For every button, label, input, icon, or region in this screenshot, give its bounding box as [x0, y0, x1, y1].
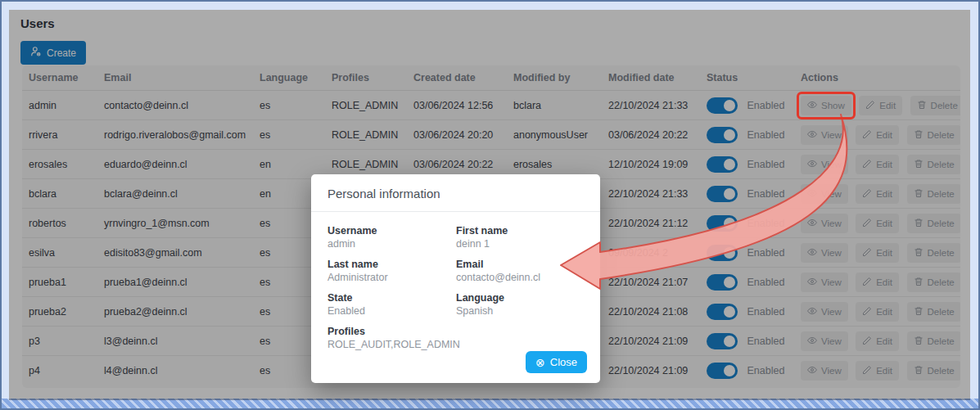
modal-field: State Enabled — [327, 292, 456, 317]
modal-field: Email contacto@deinn.cl — [456, 259, 584, 283]
field-label: Profiles — [327, 326, 584, 337]
circle-x-icon: ⊗ — [535, 357, 545, 368]
field-value: Administrator — [327, 272, 456, 283]
field-label: Email — [456, 259, 584, 270]
users-page: Users Create UsernameEma — [9, 10, 970, 400]
screenshot-frame: Users Create UsernameEma — [0, 0, 980, 410]
modal-field: Language Spanish — [456, 292, 584, 317]
close-button[interactable]: ⊗ Close — [526, 351, 587, 373]
modal-field: Profiles ROLE_AUDIT,ROLE_ADMIN — [327, 326, 584, 350]
field-label: State — [327, 292, 456, 304]
modal-title: Personal information — [311, 174, 600, 212]
modal-field: First name deinn 1 — [456, 225, 584, 250]
field-value: admin — [327, 238, 456, 250]
personal-information-modal: Personal information Username admin Firs… — [311, 174, 600, 383]
close-button-label: Close — [550, 356, 577, 368]
field-value: contacto@deinn.cl — [456, 272, 584, 283]
field-value: Enabled — [327, 305, 456, 317]
modal-body: Username admin First name deinn 1 Last n… — [311, 212, 600, 350]
field-label: Language — [456, 292, 584, 304]
field-label: First name — [456, 225, 584, 237]
field-value: deinn 1 — [456, 238, 584, 250]
field-label: Last name — [327, 259, 456, 270]
field-value: ROLE_AUDIT,ROLE_ADMIN — [327, 339, 584, 350]
modal-field: Username admin — [327, 225, 456, 250]
field-label: Username — [327, 225, 456, 237]
field-value: Spanish — [456, 305, 584, 317]
modal-field: Last name Administrator — [327, 259, 456, 283]
